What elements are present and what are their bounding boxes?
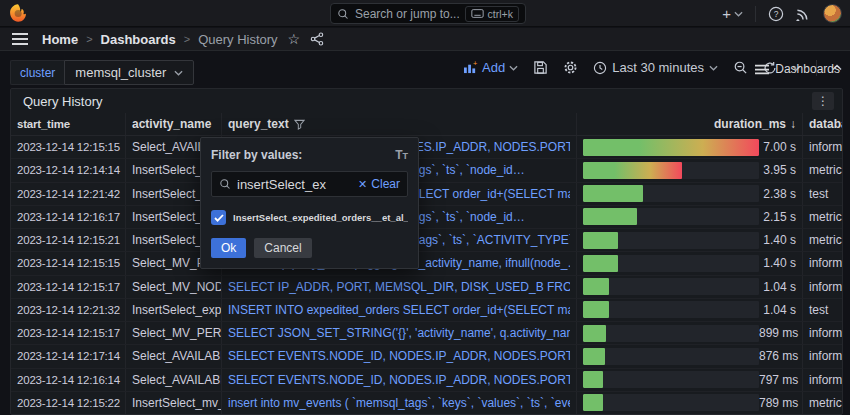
query-table: start_time activity_name query_text dura… [11, 113, 842, 414]
table-body: 2023-12-14 12:15:15Select_AVAILABILI…SEL… [11, 136, 842, 415]
cell-duration: 2.38 s [577, 183, 803, 205]
cell-database-name: metrics [803, 206, 843, 228]
col-header-activity-name[interactable]: activity_name [126, 113, 222, 135]
shortcut-badge: ctrl+k [465, 6, 519, 22]
col-header-duration-ms[interactable]: duration_ms ↓ [577, 113, 803, 135]
cell-database-name: information_schema [803, 369, 843, 391]
table-row: 2023-12-14 12:16:14Select_AVAILABILI…SEL… [11, 369, 842, 392]
col-header-start-time[interactable]: start_time [11, 113, 126, 135]
template-variables: cluster memsql_cluster [10, 60, 194, 85]
duration-bar-track [583, 278, 759, 295]
variable-select-cluster[interactable]: memsql_cluster [64, 60, 194, 85]
cell-database-name: metrics [803, 229, 843, 251]
clear-label: Clear [371, 177, 400, 191]
add-panel-button[interactable]: + Add [463, 60, 518, 75]
breadcrumb-dashboards[interactable]: Dashboards [101, 32, 176, 47]
filter-search-input[interactable]: insertSelect_ex ✕ Clear [211, 171, 408, 197]
panel-header: Query History ⋮ [11, 89, 842, 113]
cell-duration: 876 ms [577, 345, 803, 367]
help-button[interactable]: ? [768, 6, 784, 22]
chevron-down-icon [174, 70, 183, 76]
query-link[interactable]: insert into mv_events ( `memsql_tags`, `… [228, 396, 570, 410]
user-avatar[interactable] [823, 4, 842, 23]
cell-database-name: metrics [803, 159, 843, 181]
duration-bar [583, 208, 637, 225]
query-link[interactable]: SELECT EVENTS.NODE_ID, NODES.IP_ADDR, NO… [228, 349, 570, 363]
global-search-input[interactable]: Search or jump to... ctrl+k [330, 3, 526, 24]
zoom-out-time-button[interactable] [733, 60, 748, 75]
new-menu-button[interactable]: + [722, 5, 743, 22]
save-dashboard-button[interactable] [533, 60, 548, 75]
sort-desc-icon[interactable]: ↓ [790, 117, 796, 131]
dashboard-settings-button[interactable] [563, 60, 578, 75]
time-range-picker[interactable]: Last 30 minutes [593, 60, 718, 75]
news-button[interactable] [796, 6, 811, 21]
cell-database-name: information_schema [803, 345, 843, 367]
dashboard-quick-actions: ☆ [288, 32, 325, 46]
duration-bar [583, 232, 618, 249]
col-header-database-name[interactable]: database_name [803, 113, 843, 135]
cell-database-name: information_schema [803, 276, 843, 298]
header-label: query_text [228, 117, 289, 131]
favorite-star-icon[interactable]: ☆ [288, 32, 301, 46]
duration-bar [583, 162, 682, 179]
duration-value: 876 ms [759, 349, 798, 363]
table-row: 2023-12-14 12:15:17Select_MV_NODE…SELECT… [11, 276, 842, 299]
share-icon[interactable] [310, 32, 324, 46]
header-label: database_name [809, 117, 843, 131]
query-link[interactable]: SELECT EVENTS.NODE_ID, NODES.IP_ADDR, NO… [228, 373, 570, 387]
query-link[interactable]: SELECT IP_ADDR, PORT, MEMSQL_DIR, DISK_U… [228, 280, 570, 294]
table-row: 2023-12-14 12:17:14Select_AVAILABILI…SEL… [11, 345, 842, 368]
top-nav-bar: Search or jump to... ctrl+k + ? [0, 0, 850, 27]
table-row: 2023-12-14 12:15:21InsertSelect_act…inse… [11, 229, 842, 252]
duration-value: 899 ms [759, 326, 798, 340]
cell-database-name: test [803, 183, 843, 205]
cell-database-name: information_schema [803, 322, 843, 344]
grafana-logo-icon[interactable] [8, 3, 28, 23]
cell-activity-name: Select_MV_NODE… [126, 276, 222, 298]
panel-menu-button[interactable]: ⋮ [812, 92, 834, 110]
cell-activity-name: Select_AVAILABILI… [126, 369, 222, 391]
close-icon: ✕ [358, 178, 367, 191]
checkbox-checked[interactable] [211, 210, 226, 225]
cell-duration: 1.40 s [577, 229, 803, 251]
chevron-down-icon [734, 11, 743, 17]
cell-start-time: 2023-12-14 12:16:17 [11, 206, 126, 228]
table-row: 2023-12-14 12:15:17Select_MV_PERMI…SELEC… [11, 322, 842, 345]
ok-button[interactable]: Ok [211, 238, 246, 258]
cell-start-time: 2023-12-14 12:15:15 [11, 136, 126, 158]
kebab-icon: ⋮ [817, 94, 829, 108]
header-label: activity_name [132, 117, 211, 131]
duration-value: 789 ms [759, 396, 798, 410]
dashboards-list-button[interactable]: Dashboards [755, 62, 840, 76]
table-row: 2023-12-14 12:15:22InsertSelect_mv_e…ins… [11, 392, 842, 415]
clear-filter-button[interactable]: ✕ Clear [358, 177, 400, 191]
cell-query-text: SELECT JSON_SET_STRING('{}', 'activity_n… [222, 322, 577, 344]
query-link[interactable]: SELECT JSON_SET_STRING('{}', 'activity_n… [228, 326, 570, 340]
chevron-down-icon [709, 65, 718, 71]
breadcrumb-home[interactable]: Home [42, 32, 78, 47]
cell-query-text: SELECT EVENTS.NODE_ID, NODES.IP_ADDR, NO… [222, 369, 577, 391]
zoom-out-icon [733, 60, 748, 75]
cell-query-text: INSERT INTO expedited_orders SELECT orde… [222, 299, 577, 321]
duration-value: 797 ms [759, 373, 798, 387]
save-icon [533, 60, 548, 75]
match-case-icon[interactable]: TT [395, 148, 408, 162]
cell-duration: 1.04 s [577, 276, 803, 298]
duration-bar-track [583, 325, 759, 342]
duration-value: 1.04 s [759, 280, 796, 294]
duration-bar [583, 348, 605, 365]
cell-start-time: 2023-12-14 12:15:17 [11, 322, 126, 344]
check-icon [214, 214, 224, 222]
clock-icon [593, 61, 607, 75]
mega-menu-button[interactable] [12, 33, 28, 45]
query-link[interactable]: INSERT INTO expedited_orders SELECT orde… [228, 303, 570, 317]
table-row: 2023-12-14 12:16:17InsertSelect_que…inse… [11, 206, 842, 229]
cell-duration: 797 ms [577, 369, 803, 391]
col-header-query-text[interactable]: query_text [222, 113, 577, 135]
cancel-button[interactable]: Cancel [254, 238, 311, 258]
cell-database-name: information_schema [803, 136, 843, 158]
filter-option-row[interactable]: InsertSelect_expedited_orders__et_al_4be… [211, 210, 408, 225]
filter-funnel-icon[interactable] [294, 119, 305, 130]
filter-by-values-popup: Filter by values: TT insertSelect_ex ✕ C… [200, 137, 419, 269]
